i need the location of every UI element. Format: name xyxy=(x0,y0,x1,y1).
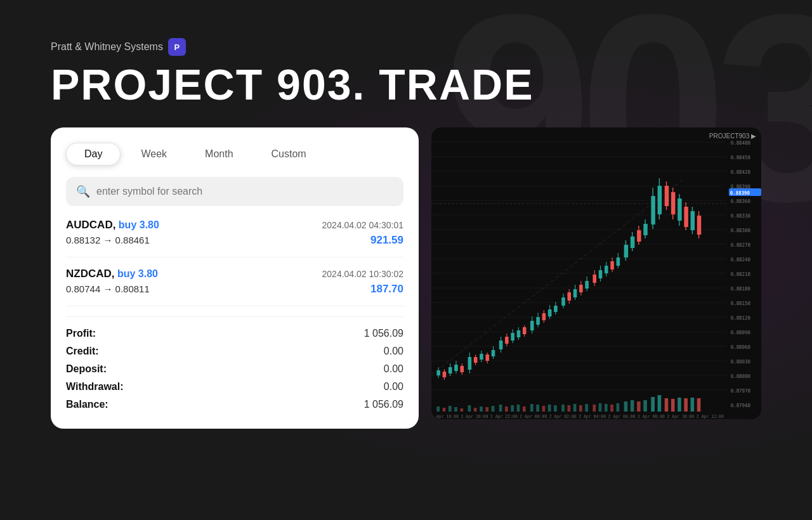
svg-rect-127 xyxy=(573,404,577,412)
svg-rect-113 xyxy=(485,407,488,412)
tab-week[interactable]: Week xyxy=(123,143,185,166)
svg-rect-44 xyxy=(505,337,509,344)
logo-badge: P xyxy=(168,38,186,56)
svg-rect-115 xyxy=(499,405,502,412)
svg-text:0.88150: 0.88150 xyxy=(731,301,751,306)
svg-rect-48 xyxy=(517,330,521,337)
trade-row: AUDCAD, buy 3.80 2024.04.02 04:30:01 0.8… xyxy=(66,219,403,257)
tabs-container: Day Week Month Custom xyxy=(66,143,403,166)
trade-timestamp-2: 2024.04.02 10:30:02 xyxy=(322,269,403,279)
trade-prices-row-2: 0.80744 → 0.80811 187.70 xyxy=(66,283,403,296)
trade-timestamp-1: 2024.04.02 04:30:01 xyxy=(322,220,403,230)
tab-day[interactable]: Day xyxy=(66,143,121,166)
svg-rect-78 xyxy=(610,261,614,270)
svg-text:0.88240: 0.88240 xyxy=(731,257,751,263)
svg-rect-106 xyxy=(443,408,446,412)
svg-text:0.88030: 0.88030 xyxy=(731,359,751,365)
svg-rect-34 xyxy=(474,357,478,363)
svg-text:0.88330: 0.88330 xyxy=(731,213,751,219)
svg-text:2 Apr 08:00: 2 Apr 08:00 xyxy=(638,414,665,419)
svg-rect-109 xyxy=(461,408,464,412)
svg-rect-130 xyxy=(593,405,596,412)
svg-rect-138 xyxy=(643,400,647,412)
tab-custom[interactable]: Custom xyxy=(254,143,324,166)
project-title: PROJECT 903. TRADE xyxy=(51,61,761,108)
svg-rect-107 xyxy=(449,406,452,412)
svg-rect-68 xyxy=(579,285,583,292)
svg-rect-98 xyxy=(678,198,682,221)
balance-label: Balance: xyxy=(66,399,108,410)
svg-rect-54 xyxy=(536,317,540,325)
svg-rect-76 xyxy=(605,266,608,273)
trade-profit-1: 921.59 xyxy=(370,234,403,247)
summary-balance-row: Balance: 1 056.09 xyxy=(66,396,403,413)
svg-rect-52 xyxy=(530,321,534,330)
svg-rect-74 xyxy=(599,270,603,278)
svg-text:2 Apr 02:00: 2 Apr 02:00 xyxy=(549,414,577,419)
svg-rect-145 xyxy=(691,398,695,412)
svg-rect-36 xyxy=(480,354,483,360)
svg-rect-108 xyxy=(454,407,457,412)
svg-rect-94 xyxy=(665,186,669,206)
svg-rect-22 xyxy=(436,370,440,375)
svg-rect-110 xyxy=(468,405,471,412)
svg-rect-104 xyxy=(697,216,702,235)
svg-rect-146 xyxy=(697,398,701,412)
svg-text:0.88120: 0.88120 xyxy=(731,315,751,321)
svg-rect-120 xyxy=(530,404,534,412)
trade-prices-row-1: 0.88132 → 0.88461 921.59 xyxy=(66,234,403,247)
svg-rect-124 xyxy=(554,405,557,412)
svg-text:1 Apr 20:00: 1 Apr 20:00 xyxy=(461,414,488,419)
svg-rect-50 xyxy=(523,327,527,334)
svg-text:0.88420: 0.88420 xyxy=(731,169,751,175)
svg-rect-66 xyxy=(573,289,577,297)
chart-panel: PROJECT903 ▶ xyxy=(431,127,761,419)
svg-rect-82 xyxy=(624,245,629,257)
tab-month[interactable]: Month xyxy=(187,143,251,166)
svg-text:2 Apr 12:00: 2 Apr 12:00 xyxy=(697,414,724,419)
svg-rect-86 xyxy=(637,230,641,242)
svg-rect-46 xyxy=(511,333,514,341)
svg-text:2 Apr 06:00: 2 Apr 06:00 xyxy=(608,414,636,419)
svg-text:0.88180: 0.88180 xyxy=(731,286,751,292)
svg-rect-60 xyxy=(554,306,558,312)
trade-symbol-2: NZDCAD, buy 3.80 xyxy=(66,268,158,280)
search-container: 🔍 xyxy=(66,177,403,206)
deposit-value: 0.00 xyxy=(384,363,403,375)
svg-rect-141 xyxy=(665,398,669,412)
svg-rect-32 xyxy=(468,357,472,370)
svg-text:0.88480: 0.88480 xyxy=(731,140,751,146)
candlestick-chart: 0.88480 0.88450 0.88420 0.88390 0.88360 … xyxy=(431,127,761,419)
summary-profit-row: Profit: 1 056.09 xyxy=(66,325,403,342)
svg-rect-118 xyxy=(517,405,520,412)
svg-rect-100 xyxy=(684,207,688,227)
credit-label: Credit: xyxy=(66,346,99,357)
svg-text:0.87940: 0.87940 xyxy=(731,403,751,408)
svg-rect-38 xyxy=(485,354,489,361)
svg-rect-131 xyxy=(599,403,602,412)
trade-prices-2: 0.80744 → 0.80811 xyxy=(66,283,150,294)
svg-rect-30 xyxy=(461,366,464,372)
svg-rect-116 xyxy=(505,406,508,412)
svg-text:0.88060: 0.88060 xyxy=(731,344,751,350)
svg-text:2 Apr 04:00: 2 Apr 04:00 xyxy=(579,414,606,419)
svg-rect-96 xyxy=(671,192,676,214)
svg-text:0.88210: 0.88210 xyxy=(731,271,751,277)
credit-value: 0.00 xyxy=(384,346,403,357)
trade-row-2: NZDCAD, buy 3.80 2024.04.02 10:30:02 0.8… xyxy=(66,268,403,306)
svg-rect-42 xyxy=(499,341,503,349)
svg-rect-132 xyxy=(605,404,608,412)
svg-text:0.88090: 0.88090 xyxy=(731,330,751,335)
deposit-label: Deposit: xyxy=(66,363,107,375)
search-input[interactable] xyxy=(96,186,393,197)
trade-header-1: AUDCAD, buy 3.80 2024.04.02 04:30:01 xyxy=(66,219,403,231)
svg-rect-117 xyxy=(511,405,514,412)
svg-rect-64 xyxy=(568,292,572,301)
svg-rect-122 xyxy=(542,406,546,412)
svg-rect-72 xyxy=(593,275,596,283)
balance-value: 1 056.09 xyxy=(364,399,403,410)
svg-rect-102 xyxy=(691,211,695,230)
svg-rect-135 xyxy=(624,401,628,412)
profit-label: Profit: xyxy=(66,328,96,339)
svg-rect-80 xyxy=(617,257,620,266)
